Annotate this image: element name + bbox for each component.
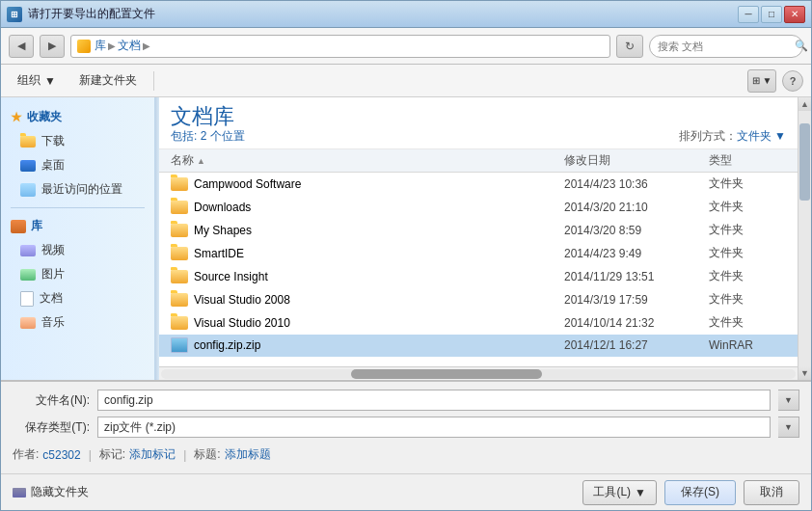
sidebar-item-downloads[interactable]: 下载 (1, 129, 154, 153)
bottom-section: 文件名(N): ▼ 保存类型(T): zip文件 (*.zip) ▼ 作者: c… (1, 380, 811, 473)
tag2-label: 标题: (194, 446, 220, 463)
filetype-dropdown[interactable]: ▼ (778, 417, 799, 438)
path-current[interactable]: 文档 (118, 38, 141, 54)
v-scroll-track[interactable] (798, 111, 811, 366)
library-header-item[interactable]: 库 (1, 214, 154, 238)
col-type-header[interactable]: 类型 (709, 152, 786, 169)
address-bar: ◀ ▶ 库 ▶ 文档 ▶ ↻ 🔍 (1, 28, 811, 65)
save-button[interactable]: 保存(S) (664, 480, 736, 505)
h-scroll-track[interactable] (161, 369, 796, 379)
table-row[interactable]: My Shapes2014/3/20 8:59文件夹 (159, 219, 798, 242)
search-input[interactable] (658, 40, 791, 52)
minimize-button[interactable]: ─ (738, 6, 759, 23)
organize-button[interactable]: 组织 ▼ (9, 69, 65, 93)
desktop-label: 桌面 (41, 157, 65, 174)
sidebar-item-docs[interactable]: 文档 (1, 286, 154, 310)
filename-dropdown[interactable]: ▼ (778, 390, 799, 411)
downloads-folder-icon (20, 136, 36, 148)
table-row[interactable]: Downloads2014/3/20 21:10文件夹 (159, 196, 798, 219)
filename-input[interactable] (97, 390, 771, 411)
table-row[interactable]: Source Insight2014/11/29 13:51文件夹 (159, 265, 798, 288)
folder-icon (171, 270, 188, 283)
v-scroll-thumb[interactable] (799, 123, 810, 201)
table-row[interactable]: config.zip.zip2014/12/1 16:27WinRAR (159, 335, 798, 357)
author-value[interactable]: c52302 (42, 448, 80, 462)
cancel-button[interactable]: 取消 (744, 480, 799, 505)
library-icon (11, 220, 26, 233)
sort-value[interactable]: 文件夹 ▼ (737, 128, 786, 145)
recent-icon (20, 183, 36, 197)
author-item: 作者: c52302 (13, 446, 81, 463)
path-root[interactable]: 库 (95, 38, 106, 54)
file-name: My Shapes (171, 224, 564, 237)
tag2-value[interactable]: 添加标题 (225, 446, 271, 463)
table-row[interactable]: Visual Studio 20082014/3/19 17:59文件夹 (159, 288, 798, 311)
app-icon: ⊞ (7, 7, 22, 22)
v-scroll-up[interactable]: ▲ (798, 97, 811, 111)
file-date: 2014/4/23 10:36 (564, 177, 709, 191)
sidebar-item-desktop[interactable]: 桌面 (1, 153, 154, 177)
col-type-label: 类型 (709, 153, 732, 167)
vertical-scrollbar[interactable]: ▲ ▼ (798, 97, 811, 380)
file-pane: 文档库 包括: 2 个位置 排列方式： 文件夹 ▼ 名称 ▲ (159, 97, 798, 380)
sidebar-item-recent[interactable]: 最近访问的位置 (1, 177, 154, 202)
help-button[interactable]: ? (782, 70, 803, 92)
file-type: 文件夹 (709, 291, 786, 308)
file-date: 2014/10/14 21:32 (564, 316, 709, 330)
image-icon (20, 269, 36, 281)
filetype-select[interactable]: zip文件 (*.zip) (97, 417, 771, 438)
path-sep-1: ▶ (108, 40, 116, 51)
tag1-item: 标记: 添加标记 (99, 446, 176, 463)
author-label: 作者: (13, 446, 39, 463)
path-sep-2: ▶ (143, 40, 150, 51)
search-box[interactable]: 🔍 (649, 35, 803, 58)
filetype-label: 保存类型(T): (13, 419, 90, 436)
close-button[interactable]: ✕ (784, 6, 805, 23)
file-type: 文件夹 (709, 245, 786, 261)
file-date: 2014/3/20 8:59 (564, 224, 709, 237)
horizontal-scrollbar[interactable] (159, 366, 798, 380)
tag1-value[interactable]: 添加标记 (129, 446, 176, 463)
col-date-header[interactable]: 修改日期 (564, 152, 709, 169)
filename-row: 文件名(N): ▼ (13, 390, 799, 411)
music-icon (20, 317, 36, 329)
meta-sep-2: | (183, 448, 186, 462)
back-button[interactable]: ◀ (9, 35, 34, 58)
h-scroll-thumb[interactable] (351, 369, 541, 379)
view-button[interactable]: ⊞ ▼ (747, 69, 776, 93)
sidebar-item-images[interactable]: 图片 (1, 262, 154, 286)
file-type: 文件夹 (709, 199, 786, 215)
folder-icon (171, 177, 188, 191)
file-name: Visual Studio 2010 (171, 316, 564, 330)
v-scroll-down[interactable]: ▼ (798, 366, 811, 380)
table-row[interactable]: Visual Studio 20102014/10/14 21:32文件夹 (159, 311, 798, 335)
sort-bar: 排列方式： 文件夹 ▼ (679, 128, 786, 145)
table-row[interactable]: Campwood Software2014/4/23 10:36文件夹 (159, 173, 798, 196)
library-section: 库 视频 图片 文档 音乐 (1, 214, 154, 335)
doc-icon (20, 291, 34, 307)
file-name: Downloads (171, 201, 564, 214)
favorites-section: ★ 收藏夹 下载 桌面 最近访问的位置 (1, 105, 154, 202)
table-row[interactable]: SmartIDE2014/4/23 9:49文件夹 (159, 242, 798, 265)
folder-icon (77, 40, 91, 53)
file-list: Campwood Software2014/4/23 10:36文件夹Downl… (159, 173, 798, 366)
forward-button[interactable]: ▶ (40, 35, 65, 58)
hide-folders-button[interactable]: 隐藏文件夹 (13, 484, 89, 500)
favorites-header[interactable]: ★ 收藏夹 (1, 105, 154, 129)
address-path[interactable]: 库 ▶ 文档 ▶ (70, 35, 610, 58)
meta-row: 作者: c52302 | 标记: 添加标记 | 标题: 添加标题 (13, 444, 799, 466)
meta-sep-1: | (89, 448, 92, 462)
footer-bar: 隐藏文件夹 工具(L) ▼ 保存(S) 取消 (1, 473, 811, 510)
library-subtitle-text: 包括: 2 个位置 (171, 129, 245, 143)
tools-button[interactable]: 工具(L) ▼ (582, 480, 657, 505)
col-name-header[interactable]: 名称 ▲ (171, 152, 564, 169)
sidebar-item-video[interactable]: 视频 (1, 238, 154, 262)
maximize-button[interactable]: □ (761, 6, 782, 23)
new-folder-button[interactable]: 新建文件夹 (70, 69, 146, 93)
folder-icon (171, 247, 188, 260)
sidebar-item-music[interactable]: 音乐 (1, 310, 154, 335)
refresh-button[interactable]: ↻ (616, 35, 643, 58)
favorites-label: 收藏夹 (27, 109, 62, 125)
new-folder-label: 新建文件夹 (79, 72, 137, 89)
file-date: 2014/3/20 21:10 (564, 201, 709, 214)
